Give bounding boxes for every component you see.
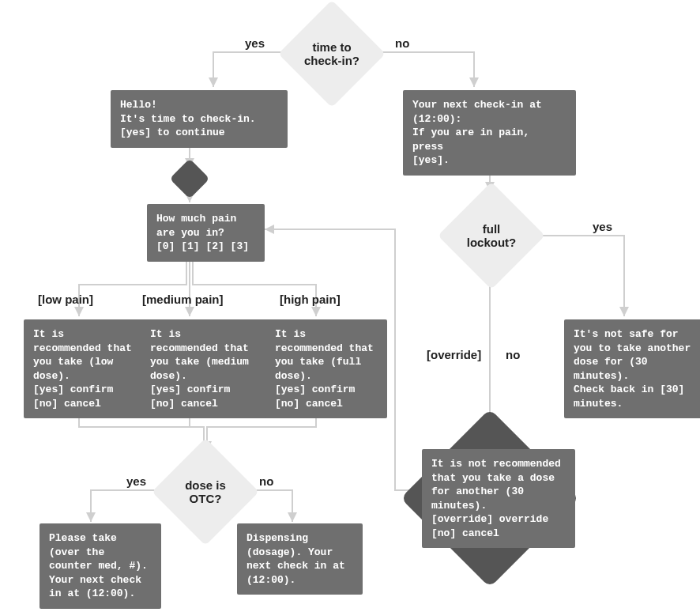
box-lockout-no: It is not recommended that you take a do…: [422, 449, 575, 548]
box-otc-yes: Please take (over the counter med, #). Y…: [40, 523, 161, 609]
decision-otc-label: dose is OTC?: [185, 478, 226, 506]
box-otc-no: Dispensing (dosage). Your next check in …: [237, 523, 363, 595]
edge-lockout-no: no: [506, 348, 520, 361]
decision-lockout-label: full lockout?: [467, 222, 517, 250]
box-low-dose: It is recommended that you take (low dos…: [24, 319, 145, 418]
edge-otc-yes: yes: [126, 474, 146, 488]
decision-checkin-label: time to check-in?: [304, 40, 359, 68]
box-greet: Hello! It's time to check-in. [yes] to c…: [111, 90, 288, 148]
edge-checkin-yes: yes: [245, 36, 265, 50]
box-pain-scale: How much pain are you in? [0] [1] [2] [3…: [147, 204, 265, 262]
edge-otc-no: no: [259, 474, 273, 488]
edge-override: [override]: [427, 348, 481, 361]
edge-lockout-yes: yes: [593, 220, 612, 233]
edge-checkin-no: no: [395, 36, 409, 50]
decision-continue: [169, 158, 210, 199]
box-high-dose: It is recommended that you take (full do…: [265, 319, 387, 418]
box-lockout-yes: It's not safe for you to take another do…: [564, 319, 700, 418]
box-med-dose: It is recommended that you take (medium …: [141, 319, 270, 418]
flowchart-canvas: time to check-in? yes no Hello! It's tim…: [0, 0, 700, 612]
edge-low-pain: [low pain]: [38, 293, 93, 306]
decision-checkin: time to check-in?: [284, 6, 379, 101]
edge-high-pain: [high pain]: [280, 293, 341, 306]
decision-lockout: full lockout?: [444, 188, 539, 283]
box-next-checkin: Your next check-in at (12:00): If you ar…: [403, 90, 576, 176]
edge-medium-pain: [medium pain]: [142, 293, 224, 306]
